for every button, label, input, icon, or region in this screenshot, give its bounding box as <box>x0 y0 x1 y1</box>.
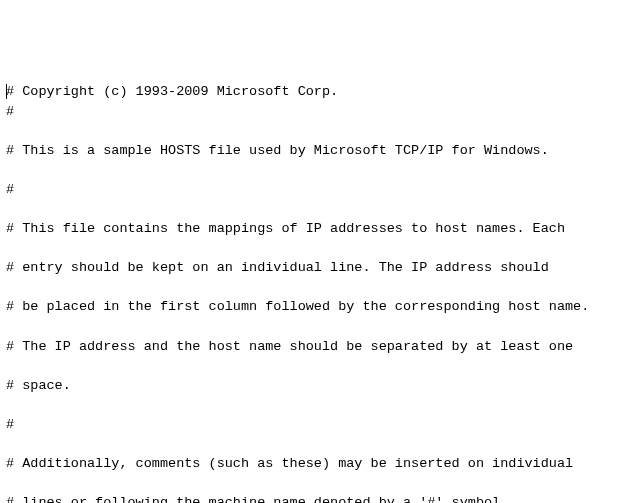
file-line: # This is a sample HOSTS file used by Mi… <box>6 141 612 161</box>
file-line: # This file contains the mappings of IP … <box>6 219 612 239</box>
file-line: # <box>6 102 612 122</box>
file-line: # Copyright (c) 1993-2009 Microsoft Corp… <box>6 84 338 99</box>
file-line: # be placed in the first column followed… <box>6 297 612 317</box>
hosts-file-content[interactable]: # Copyright (c) 1993-2009 Microsoft Corp… <box>6 82 612 503</box>
file-line: # <box>6 180 612 200</box>
file-line: # <box>6 415 612 435</box>
file-line: # lines or following the machine name de… <box>6 493 612 503</box>
file-line: # The IP address and the host name shoul… <box>6 337 612 357</box>
file-line: # Additionally, comments (such as these)… <box>6 454 612 474</box>
file-line: # entry should be kept on an individual … <box>6 258 612 278</box>
file-line: # space. <box>6 376 612 396</box>
